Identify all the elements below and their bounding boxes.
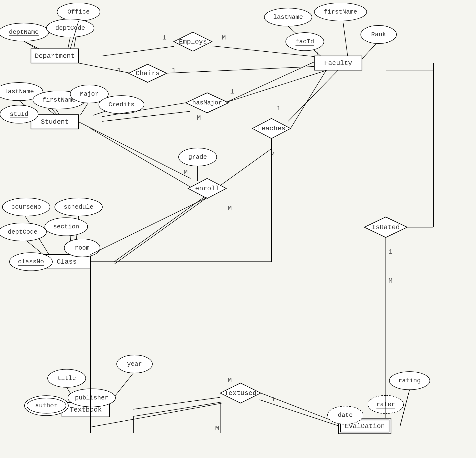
- attr-courseno-label: courseNo: [11, 203, 41, 211]
- attr-fac-firstname-label: firstName: [324, 8, 357, 16]
- faculty-teaches-line: [288, 70, 338, 121]
- attr-stu-firstname-label: firstName: [42, 96, 76, 103]
- dept-chairs-line: [79, 63, 131, 73]
- attr-office-label: Office: [67, 8, 90, 16]
- card-textused-M2: M: [215, 425, 219, 432]
- attr-section-label: section: [53, 223, 79, 230]
- attr-facid-label: facId: [296, 38, 314, 45]
- chairs-faculty-line: [164, 66, 338, 73]
- attr-stuid-label: stuId: [10, 111, 28, 118]
- stu-enroll-line: [91, 128, 190, 187]
- faculty-rank-line: [362, 43, 376, 59]
- faculty-israted-double: [386, 63, 433, 70]
- card-textused-M1: M: [228, 377, 232, 384]
- card-employs-1: 1: [162, 34, 166, 42]
- attr-rank-label: Rank: [371, 31, 386, 38]
- card-employs-M: M: [222, 34, 226, 42]
- relation-israted-label: IsRated: [372, 224, 400, 231]
- attr-grade-label: grade: [188, 153, 207, 161]
- line-textused-eval: [260, 400, 339, 426]
- attr-date-label: date: [338, 412, 353, 419]
- relation-employs-label: Employs: [179, 38, 207, 45]
- card-chairs-1a: 1: [117, 67, 121, 74]
- line-textbook-textused: [133, 397, 220, 409]
- hasmajor-faculty-line: [226, 67, 338, 102]
- relation-enroll-label: enroll: [195, 185, 219, 192]
- attr-credits-label: Credits: [108, 101, 134, 108]
- attr-class-deptcode-label: deptCode: [8, 228, 38, 235]
- attr-deptname-label: deptName: [9, 29, 39, 36]
- line-class-textused-M: [91, 269, 220, 433]
- attr-author-label: author: [35, 402, 58, 409]
- relation-textused-label: TextUsed: [225, 390, 256, 397]
- entity-class-label: Class: [57, 258, 77, 266]
- card-chairs-1b: 1: [172, 67, 176, 74]
- line-student-enroll: [79, 122, 190, 178]
- entity-student-label: Student: [41, 118, 69, 126]
- attr-fac-lastname-label: lastName: [273, 14, 303, 21]
- attr-publisher-label: publisher: [75, 394, 108, 401]
- entity-textbook-label: Textbook: [70, 406, 102, 414]
- dept-employs-line: [102, 46, 174, 56]
- attr-classno-label: classNo: [18, 258, 44, 265]
- line-faculty-hasmajor: [226, 62, 314, 102]
- card-textused-1: 1: [272, 396, 275, 403]
- stu-firstname-line1: [48, 109, 55, 115]
- card-hasmajor-M: M: [197, 114, 201, 122]
- entity-faculty-label: Faculty: [324, 59, 352, 67]
- attr-major-label: Major: [80, 90, 99, 98]
- line-faculty-teaches: [290, 70, 326, 128]
- attr-title-label: title: [57, 375, 76, 382]
- faculty-israted-polyline: [386, 70, 433, 227]
- card-israted-M: M: [389, 277, 393, 284]
- card-israted-1: 1: [389, 248, 393, 256]
- attr-year-label: year: [127, 360, 142, 368]
- textbook-textused-line: [133, 402, 221, 416]
- enroll-class-line: [114, 198, 207, 264]
- attr-room-label: room: [75, 244, 90, 251]
- attr-rating-label: rating: [398, 377, 421, 384]
- attr-schedule-label: schedule: [64, 203, 94, 211]
- line-class-enroll: [91, 198, 207, 255]
- attr-stu-lastname-label: lastName: [4, 88, 34, 95]
- entity-department-label: Department: [35, 52, 75, 60]
- line-faculty-israted-path: [362, 63, 433, 217]
- attr-deptcode-label: deptCode: [55, 25, 85, 32]
- dept-deptcode-line: [68, 37, 70, 49]
- line-dept-deptname: [24, 41, 37, 49]
- faculty-firstname-line: [343, 21, 348, 56]
- card-enroll-M2: M: [228, 205, 232, 212]
- relation-hasmajor-label: hasMajor: [192, 99, 222, 106]
- relation-chairs-label: Chairs: [136, 70, 160, 77]
- relation-teaches-label: teaches: [257, 125, 286, 132]
- card-teaches-1: 1: [277, 105, 281, 112]
- card-hasmajor-1: 1: [230, 88, 234, 95]
